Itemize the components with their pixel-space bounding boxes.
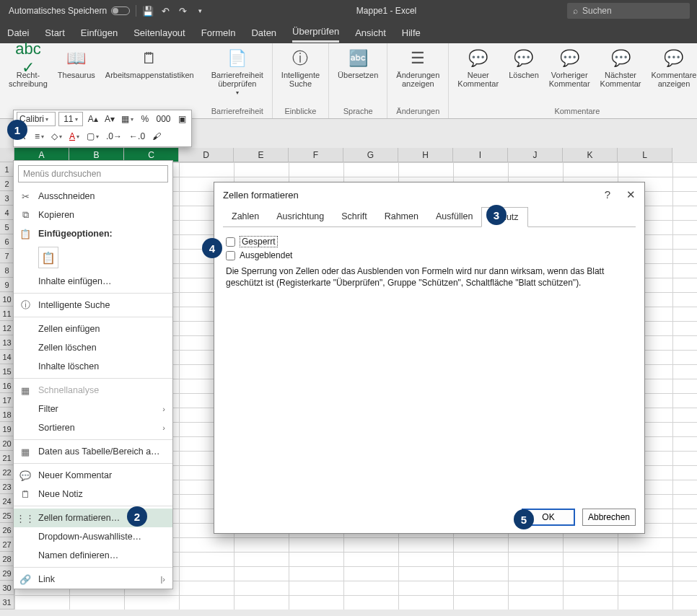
ctx-define-name[interactable]: Namen definieren…	[14, 546, 172, 565]
row-header[interactable]: 1	[0, 162, 14, 177]
close-icon[interactable]: ✕	[626, 188, 636, 201]
thesaurus-button[interactable]: 📖Thesaurus	[55, 46, 98, 81]
row-header[interactable]: 4	[0, 206, 14, 220]
ctx-new-note[interactable]: 🗒Neue Notiz	[14, 485, 172, 503]
next-comment-button[interactable]: 💬Nächster Kommentar	[597, 46, 644, 89]
tab-daten[interactable]: Daten	[251, 24, 276, 42]
dlg-tab-ausfuellen[interactable]: Ausfüllen	[427, 207, 481, 226]
paste-default-icon[interactable]: 📋	[38, 247, 58, 268]
col-header[interactable]: H	[398, 148, 453, 162]
row-header[interactable]: 9	[0, 278, 14, 292]
dlg-tab-zahlen[interactable]: Zahlen	[223, 207, 268, 226]
row-header[interactable]: 22	[0, 465, 14, 480]
ctx-link[interactable]: 🔗Link|›	[14, 570, 172, 589]
autosave-toggle[interactable]: Automatisches Speichern	[9, 6, 130, 16]
row-header[interactable]: 31	[0, 595, 14, 610]
col-header[interactable]: E	[234, 148, 289, 162]
ctx-delete-cells[interactable]: Zellen löschen	[14, 338, 172, 357]
cancel-button[interactable]: Abbrechen	[582, 509, 636, 526]
col-header[interactable]: J	[508, 148, 563, 162]
ctx-copy[interactable]: ⧉Kopieren	[14, 206, 172, 224]
tab-start[interactable]: Start	[45, 24, 64, 42]
tab-ansicht[interactable]: Ansicht	[355, 24, 386, 42]
row-header[interactable]: 10	[0, 292, 14, 307]
align-icon[interactable]: ≡	[32, 129, 46, 144]
ctx-clear-contents[interactable]: Inhalte löschen	[14, 357, 172, 376]
delete-comment-button[interactable]: 💬Löschen	[506, 46, 542, 81]
col-header[interactable]: K	[563, 148, 618, 162]
row-header[interactable]: 24	[0, 494, 14, 509]
undo-icon[interactable]: ↶	[159, 5, 171, 17]
tab-seitenlayout[interactable]: Seitenlayout	[133, 24, 185, 42]
dlg-tab-ausrichtung[interactable]: Ausrichtung	[268, 207, 333, 226]
row-header[interactable]: 28	[0, 552, 14, 566]
workbook-stats-button[interactable]: 🗒Arbeitsmappenstatistiken	[102, 46, 197, 81]
increase-decimal-icon[interactable]: ←.0	[127, 129, 147, 144]
dlg-tab-rahmen[interactable]: Rahmen	[376, 207, 427, 226]
row-header[interactable]: 8	[0, 263, 14, 278]
help-icon[interactable]: ?	[605, 188, 610, 201]
tab-hilfe[interactable]: Hilfe	[402, 24, 421, 42]
translate-button[interactable]: 🔤Übersetzen	[335, 46, 381, 81]
font-size-combo[interactable]: 11	[58, 112, 84, 126]
col-header[interactable]: G	[343, 148, 398, 162]
col-header[interactable]: I	[453, 148, 508, 162]
decrease-font-icon[interactable]: A▾	[102, 112, 116, 126]
spellcheck-button[interactable]: abc✓Recht- schreibung	[6, 46, 51, 89]
redo-icon[interactable]: ↷	[177, 5, 188, 17]
ctx-paste-special[interactable]: Inhalte einfügen…	[14, 272, 172, 291]
row-header[interactable]: 6	[0, 234, 14, 249]
row-header[interactable]: 25	[0, 509, 14, 523]
row-header[interactable]: 27	[0, 537, 14, 552]
row-header[interactable]: 26	[0, 523, 14, 537]
ctx-format-cells[interactable]: ⋮⋮Zellen formatieren…	[14, 509, 172, 527]
search-box[interactable]: ⌕ Suchen	[567, 3, 690, 19]
ctx-paste-option[interactable]: 📋	[14, 243, 172, 272]
row-header[interactable]: 16	[0, 379, 14, 393]
ctx-cut[interactable]: ✂Ausschneiden	[14, 187, 172, 206]
font-color-icon[interactable]: A	[67, 129, 82, 144]
col-header[interactable]: F	[289, 148, 343, 162]
ctx-new-comment[interactable]: 💬Neuer Kommentar	[14, 466, 172, 485]
row-header[interactable]: 7	[0, 249, 14, 263]
merge-icon[interactable]: ▦	[120, 112, 136, 126]
row-header[interactable]: 30	[0, 581, 14, 595]
ctx-dropdown-list[interactable]: Dropdown-Auswahlliste…	[14, 527, 172, 546]
row-header[interactable]: 15	[0, 364, 14, 379]
new-comment-button[interactable]: 💬Neuer Kommentar	[455, 46, 501, 89]
tab-formeln[interactable]: Formeln	[201, 24, 236, 42]
ctx-filter[interactable]: Filter›	[14, 400, 172, 418]
row-header[interactable]: 19	[0, 422, 14, 436]
accessibility-button[interactable]: 📄Barrierefreiheit überprüfen▾	[209, 46, 266, 97]
tab-datei[interactable]: Datei	[7, 24, 29, 42]
col-header[interactable]: L	[618, 148, 672, 162]
row-header[interactable]: 29	[0, 566, 14, 581]
menu-search[interactable]: Menüs durchsuchen	[18, 165, 168, 182]
checkbox-hidden[interactable]: Ausgeblendet	[226, 249, 633, 262]
checkbox-locked[interactable]: Gesperrt	[226, 234, 633, 249]
col-header[interactable]: D	[179, 148, 234, 162]
fill-color-icon[interactable]: ◇	[49, 129, 64, 144]
qat-dropdown-icon[interactable]: ▾	[194, 5, 206, 17]
select-all-corner[interactable]	[0, 148, 14, 162]
row-header[interactable]: 2	[0, 177, 14, 191]
row-header[interactable]: 17	[0, 393, 14, 408]
row-header[interactable]: 13	[0, 335, 14, 350]
show-comments-button[interactable]: 💬Kommentare anzeigen	[648, 46, 697, 89]
tab-ueberpruefen[interactable]: Überprüfen	[292, 22, 339, 43]
ctx-from-table[interactable]: ▦Daten aus Tabelle/Bereich a…	[14, 442, 172, 461]
prev-comment-button[interactable]: 💬Vorheriger Kommentar	[546, 46, 593, 89]
smart-lookup-button[interactable]: ⓘIntelligente Suche	[279, 46, 323, 89]
row-header[interactable]: 3	[0, 191, 14, 206]
row-header[interactable]: 5	[0, 220, 14, 234]
cond-format-icon[interactable]: ▣	[175, 112, 188, 126]
save-icon[interactable]: 💾	[142, 5, 154, 17]
percent-icon[interactable]: %	[139, 112, 152, 126]
dlg-tab-schrift[interactable]: Schrift	[333, 207, 375, 226]
show-changes-button[interactable]: ☰Änderungen anzeigen	[393, 46, 442, 89]
border-icon[interactable]: ▢	[84, 129, 101, 144]
row-header[interactable]: 21	[0, 451, 14, 465]
row-header[interactable]: 18	[0, 408, 14, 422]
row-header[interactable]: 12	[0, 321, 14, 335]
format-painter-icon[interactable]: 🖌	[150, 129, 163, 144]
